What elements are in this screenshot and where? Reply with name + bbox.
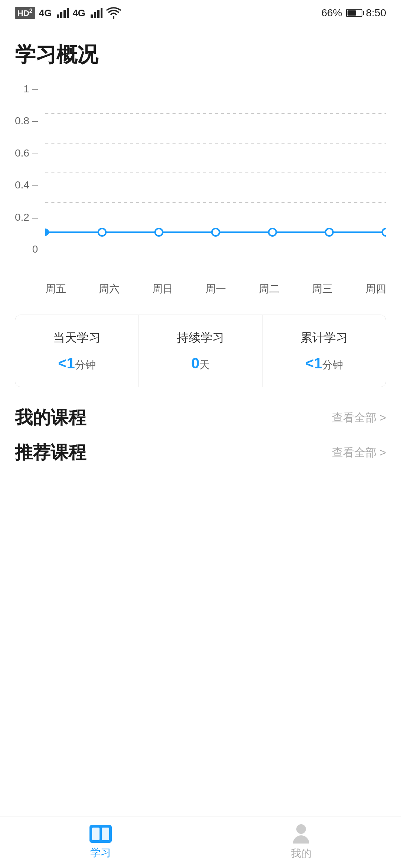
stat-today: 当天学习 <1分钟 (15, 315, 139, 387)
x-label-friday: 周五 (45, 282, 66, 296)
y-label-0: 0 (32, 244, 38, 254)
x-label-sunday: 周日 (152, 282, 173, 296)
x-label-saturday: 周六 (99, 282, 120, 296)
y-label-02: 0.2 – (15, 212, 38, 223)
stat-total-label: 累计学习 (300, 330, 348, 346)
x-label-wednesday: 周三 (312, 282, 333, 296)
stat-streak-value: 0天 (191, 355, 210, 372)
y-label-1: 1 – (23, 84, 38, 94)
stat-total: 累计学习 <1分钟 (263, 315, 386, 387)
svg-rect-5 (94, 12, 96, 18)
stat-streak: 持续学习 0天 (139, 315, 263, 387)
svg-rect-23 (102, 828, 109, 840)
time-display: 8:50 (366, 7, 387, 19)
me-icon (291, 824, 311, 844)
x-label-monday: 周一 (205, 282, 226, 296)
bottom-nav: 学习 我的 (0, 816, 401, 868)
signal-4g-2: 4G (72, 7, 85, 19)
recommended-courses-title: 推荐课程 (15, 441, 86, 464)
y-label-08: 0.8 – (15, 116, 38, 126)
signal-bars-1 (55, 6, 69, 20)
svg-point-17 (155, 228, 163, 236)
chart-area: 1 – 0.8 – 0.6 – 0.4 – 0.2 – 0 (15, 84, 386, 303)
svg-point-20 (326, 228, 333, 236)
svg-rect-4 (91, 14, 93, 18)
svg-point-18 (212, 228, 219, 236)
svg-point-15 (45, 228, 49, 236)
status-right: 66% 8:50 (321, 7, 386, 19)
wifi-icon (106, 6, 121, 20)
svg-rect-2 (63, 10, 66, 18)
svg-rect-22 (92, 828, 100, 840)
status-bar: HD2 4G 4G 66% 8:50 (0, 0, 401, 26)
status-left: HD2 4G 4G (15, 6, 121, 20)
battery-icon (346, 9, 362, 17)
my-courses-header: 我的课程 查看全部 > (15, 406, 386, 430)
chart-svg-container: 周五 周六 周日 周一 周二 周三 周四 (45, 84, 386, 296)
recommended-courses-link[interactable]: 查看全部 > (332, 445, 386, 460)
x-label-tuesday: 周二 (259, 282, 280, 296)
nav-me[interactable]: 我的 (291, 824, 312, 861)
y-label-04: 0.4 – (15, 180, 38, 190)
stat-today-label: 当天学习 (53, 330, 101, 346)
nav-me-label: 我的 (291, 846, 312, 861)
nav-study[interactable]: 学习 (89, 825, 112, 860)
nav-study-label: 学习 (90, 846, 111, 860)
svg-rect-3 (67, 8, 69, 18)
signal-4g-1: 4G (39, 7, 52, 19)
svg-rect-7 (101, 8, 102, 18)
page-title: 学习概况 (15, 41, 386, 69)
recommended-courses-header: 推荐课程 查看全部 > (15, 441, 386, 464)
svg-rect-6 (97, 10, 100, 18)
svg-rect-0 (57, 14, 59, 18)
svg-rect-1 (60, 12, 62, 18)
main-content: 学习概况 1 – 0.8 – 0.6 – 0.4 – 0.2 – 0 (0, 26, 401, 868)
x-label-thursday: 周四 (365, 282, 386, 296)
svg-point-16 (98, 228, 106, 236)
y-label-06: 0.6 – (15, 148, 38, 158)
svg-point-21 (382, 228, 386, 236)
stat-today-value: <1分钟 (58, 355, 96, 372)
stat-streak-label: 持续学习 (177, 330, 224, 346)
stats-card: 当天学习 <1分钟 持续学习 0天 累计学习 <1分钟 (15, 315, 386, 387)
signal-bars-2 (89, 6, 102, 20)
my-courses-title: 我的课程 (15, 406, 86, 430)
my-courses-link[interactable]: 查看全部 > (332, 410, 386, 425)
svg-point-19 (269, 228, 276, 236)
battery-percent: 66% (321, 7, 342, 19)
hd-badge: HD2 (15, 7, 35, 19)
y-axis: 1 – 0.8 – 0.6 – 0.4 – 0.2 – 0 (15, 84, 45, 254)
x-axis-labels: 周五 周六 周日 周一 周二 周三 周四 (45, 282, 386, 296)
line-chart (45, 84, 386, 277)
study-icon (89, 825, 112, 843)
stat-total-value: <1分钟 (305, 355, 343, 372)
